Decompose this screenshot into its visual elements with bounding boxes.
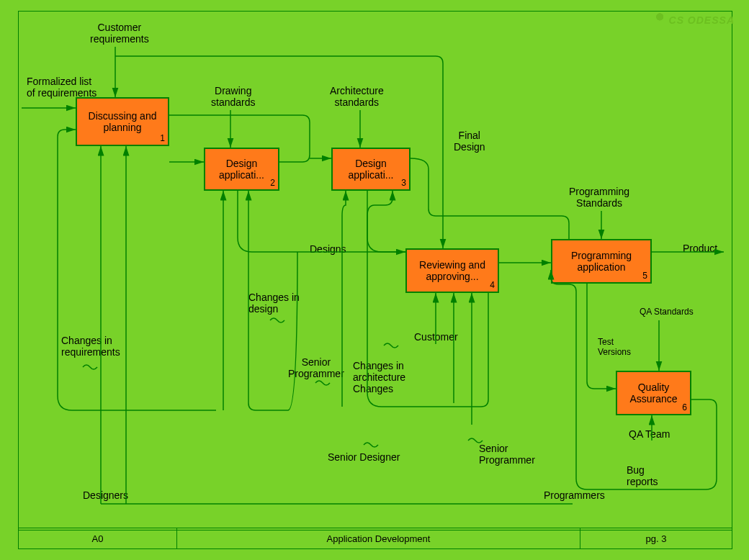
label-product: Product	[683, 243, 717, 254]
footer-bar: Node:A0 Titles:Application Development N…	[18, 528, 732, 549]
box-label: Quality Assurance	[620, 381, 687, 405]
label-drawing-standards: Drawing standards	[211, 85, 255, 108]
box-label: Discussing and planning	[80, 110, 165, 133]
box-number: 4	[490, 280, 495, 290]
label-formalized-requirements: Formalized list of requirements	[27, 76, 97, 99]
label-senior-programmer-1: Senior Programmer	[288, 356, 344, 379]
footer-title-value: Application Development	[327, 533, 431, 544]
label-designers: Designers	[83, 489, 128, 501]
box-label: Programming application	[555, 250, 647, 273]
box-number: 5	[642, 271, 647, 281]
label-programming-standards: Programming Standards	[569, 186, 629, 209]
label-final-design: Final Design	[454, 130, 485, 153]
box-programming-app[interactable]: Programming application 5	[551, 239, 652, 284]
label-customer: Customer	[414, 331, 458, 343]
box-number: 6	[682, 402, 687, 412]
box-label: Design applicati...	[208, 158, 275, 181]
box-reviewing-approving[interactable]: Reviewing and approving... 4	[405, 248, 499, 293]
box-quality-assurance[interactable]: Quality Assurance 6	[616, 371, 691, 415]
box-label: Reviewing and approving...	[410, 259, 495, 282]
label-designs: Designs	[310, 243, 346, 255]
box-discussing-planning[interactable]: Discussing and planning 1	[76, 97, 169, 146]
label-bug-reports: Bug reports	[627, 464, 658, 487]
box-design-app-3[interactable]: Design applicati... 3	[331, 148, 411, 191]
label-qa-team: QA Team	[629, 428, 670, 440]
label-programmers: Programmers	[544, 489, 605, 501]
box-number: 2	[270, 178, 275, 188]
label-senior-designer: Senior Designer	[328, 451, 400, 463]
label-qa-standards: QA Standards	[640, 307, 694, 317]
label-changes-in-requirements: Changes in requirements	[61, 335, 120, 358]
label-architecture-standards: Architecture standards	[330, 85, 384, 108]
label-senior-programmer-2: Senior Programmer	[479, 443, 535, 466]
label-changes-in-architecture: Changes in architecture Changes	[353, 360, 405, 394]
label-test-versions: Test Versions	[598, 338, 631, 358]
watermark: CS ODESSA	[655, 13, 735, 26]
box-label: Design applicati...	[336, 158, 406, 181]
footer-number-value: pg. 3	[646, 533, 667, 544]
box-design-app-2[interactable]: Design applicati... 2	[204, 148, 279, 191]
footer-node-value: A0	[92, 533, 104, 544]
label-customer-requirements: Customer requirements	[90, 22, 149, 45]
label-changes-in-design: Changes in design	[248, 292, 300, 315]
box-number: 3	[401, 178, 406, 188]
box-number: 1	[160, 133, 165, 143]
